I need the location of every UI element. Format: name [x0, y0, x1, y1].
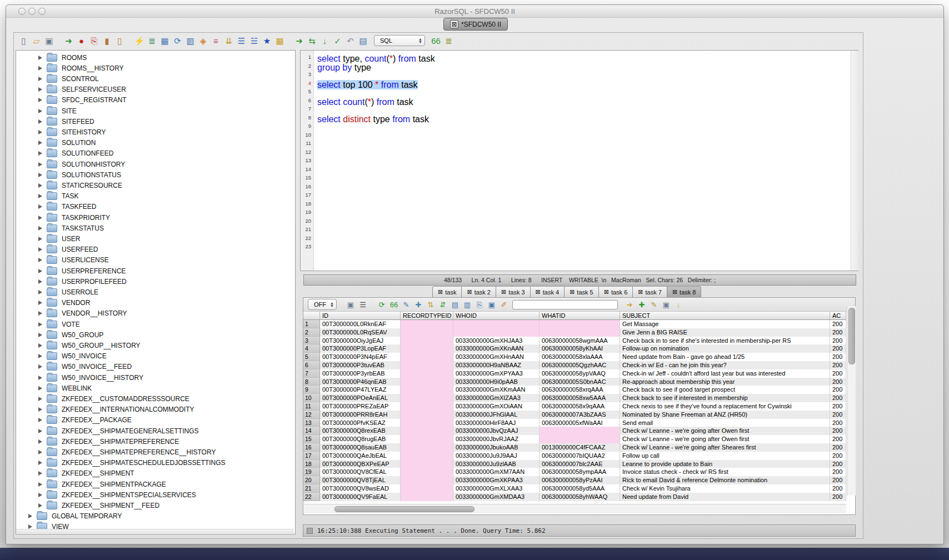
result-tab-task-5[interactable]: ⊠task 5 [565, 286, 599, 298]
tab-close-icon[interactable]: ⊠ [536, 289, 541, 295]
describe-table-button[interactable]: ≣ [443, 35, 454, 46]
sidebar-item-zkfedex-shipmatepreference[interactable]: ZKFEDEX__SHIPMATEPREFERENCE [38, 436, 179, 447]
grid-cell[interactable]: 00T3000000PREZaEAP [320, 402, 401, 411]
grid-cell[interactable]: 006300000058wgmAAA [540, 337, 620, 345]
align-left-button[interactable]: ☰ [236, 35, 247, 46]
table-row[interactable]: 1900T3000000QV8CfEAL0033000000GmXM7AAN00… [303, 468, 846, 476]
column-header-subject[interactable]: SUBJECT [620, 312, 830, 320]
grid-cell[interactable]: 00T3000000L0RknEAF [320, 320, 401, 328]
disclosure-triangle-icon[interactable] [38, 290, 42, 294]
grid-cell[interactable]: 0033000000JbvRJAAZ [453, 435, 540, 443]
disclosure-triangle-icon[interactable] [38, 204, 42, 209]
sidebar-item-userfeed[interactable]: USERFEED [38, 244, 98, 255]
sidebar-item-userrole[interactable]: USERROLE [38, 287, 98, 297]
tab-close-icon[interactable]: ⊠ [638, 289, 643, 295]
disclosure-triangle-icon[interactable] [38, 269, 42, 273]
sidebar-item-sitefeed[interactable]: SITEFEED [38, 116, 94, 127]
grid-cell[interactable]: 200 [830, 452, 846, 460]
copy-rows-button[interactable]: ⎘ [474, 299, 485, 310]
grid-cell[interactable] [401, 452, 453, 460]
table-row[interactable]: 1700T3000000QAeJbEAL0033000000Ju9J9AAJ00… [303, 452, 846, 460]
table-row[interactable]: 300T3000000OiyJgEAJ0033000000GmXHJAA3006… [303, 337, 846, 345]
sidebar-item-global-temporary[interactable]: GLOBAL TEMPORARY [28, 511, 122, 522]
disclosure-triangle-icon[interactable] [38, 56, 42, 60]
grid-cell[interactable]: 00T3000000QV9FaEAL [320, 493, 401, 501]
grid-cell[interactable]: 200 [830, 378, 846, 386]
disclosure-triangle-icon[interactable] [38, 376, 42, 380]
sidebar-item-zkfedex-internationalcommodity[interactable]: ZKFEDEX__INTERNATIONALCOMMODITY [38, 404, 194, 415]
table-row[interactable]: 1600T3000000Q8sauEAB0033000000JbukoAAB00… [303, 443, 846, 452]
grid-cell[interactable]: Give Jenn a BIG RAISE [620, 328, 830, 337]
disclosure-triangle-icon[interactable] [38, 226, 42, 231]
sidebar-item-zkfedex-shipmatescheduledjobssettings[interactable]: ZKFEDEX__SHIPMATESCHEDULEDJOBSSETTINGS [38, 458, 226, 468]
grid-cell[interactable] [453, 328, 540, 337]
grid-cell[interactable] [401, 344, 453, 353]
grid-cell[interactable]: 00T3000000QV8TjEAL [320, 476, 401, 484]
sidebar-item-sfdc-registrant[interactable]: SFDC_REGISTRANT [38, 95, 127, 106]
grid-cell[interactable]: 00T3000000PRR8rEAH [320, 411, 401, 419]
grid-cell[interactable]: 200 [830, 476, 846, 484]
table-row[interactable]: 2200T3000000QV9FaEAL0033000000GmXMDAA300… [303, 493, 846, 501]
grid-cell[interactable]: 0033000000GmXHJAA3 [453, 337, 540, 345]
open-file-button[interactable]: ▱ [31, 35, 42, 46]
grid-cell[interactable]: Check back to see if good target prospec… [620, 386, 830, 394]
sidebar-item-userlicense[interactable]: USERLICENSE [38, 255, 109, 266]
grid-cell[interactable] [401, 493, 453, 501]
sidebar-item-weblink[interactable]: WEBLINK [38, 383, 92, 393]
disclosure-triangle-icon[interactable] [38, 77, 42, 81]
grid-cell[interactable]: 200 [830, 460, 846, 468]
disclosure-triangle-icon[interactable] [38, 450, 42, 454]
grid-cell[interactable]: 006300000058ypVAAQ [540, 369, 620, 378]
document-tab-sfdcw50[interactable]: ⊠ *SFDCW50 II [443, 18, 508, 31]
disclosure-triangle-icon[interactable] [38, 301, 42, 305]
grid-cell[interactable]: 0013000000C4fFCAAZ [540, 443, 620, 452]
grid-cell[interactable]: 00630000007bIQUAA2 [540, 452, 620, 460]
grid-cell[interactable] [401, 435, 453, 443]
export-view-button[interactable]: 66 [430, 35, 442, 46]
disclosure-triangle-icon[interactable] [38, 354, 42, 358]
grid-cell[interactable]: 0033000000JbukoAAB [453, 443, 540, 452]
grid-cell[interactable]: 006300000058yhWAAQ [540, 493, 620, 501]
editor-vscrollbar[interactable] [851, 51, 858, 271]
table-row[interactable]: 2000T3000000QV8TjEAL0033000000GmXKPAA300… [303, 476, 846, 484]
result-tab-task-6[interactable]: ⊠task 6 [599, 286, 633, 298]
grid-cell[interactable]: Send email [620, 419, 830, 427]
editor-code-line[interactable]: select top 100 * from task [317, 80, 418, 90]
grid-cell[interactable]: 200 [830, 484, 846, 493]
insert-row-button[interactable]: ✚ [413, 299, 424, 310]
sidebar-item-solutionhistory[interactable]: SOLUTIONHISTORY [38, 159, 125, 169]
editor-code-line[interactable]: select distinct type from task [317, 114, 429, 124]
table-row[interactable]: 500T3000000P3N4pEAF0033000000GmXHnAAN006… [303, 353, 846, 361]
edit-row-button[interactable]: ✎ [401, 299, 412, 310]
grid-cell[interactable]: Check-in w/ Ed - can he join this year? [620, 361, 830, 369]
grid-cell[interactable]: 0033000000GmXKmAAN [453, 386, 540, 394]
sql-history-button[interactable]: ▤ [357, 35, 369, 46]
table-row[interactable]: 100T3000000L0RknEAFGet Massage200 [303, 320, 846, 328]
disclosure-triangle-icon[interactable] [38, 429, 42, 433]
table-row[interactable]: 700T3000000P3yrbEAB0033000000GmXPYAA3006… [303, 369, 846, 378]
disclosure-triangle-icon[interactable] [38, 386, 42, 391]
sidebar-item-task[interactable]: TASK [38, 191, 78, 202]
table-row[interactable]: 1100T3000000PREZaEAP0033000000GmXOiAAN00… [303, 402, 846, 411]
commit-button[interactable]: ✓ [332, 35, 343, 46]
grid-cell[interactable]: 0033000000H9aNBAAZ [453, 361, 540, 369]
grid-cell[interactable]: 00T3000000Q8sauEAB [320, 443, 401, 452]
sidebar-item-userprofilefeed[interactable]: USERPROFILEFEED [38, 276, 127, 287]
disclosure-triangle-icon[interactable] [38, 162, 42, 167]
grid-cell[interactable] [401, 468, 453, 476]
disclosure-triangle-icon[interactable] [38, 397, 42, 401]
row-list-button[interactable]: ≡ [210, 35, 222, 46]
sidebar-item-taskstatus[interactable]: TASKSTATUS [38, 223, 104, 233]
grid-cell[interactable]: 00T3000000P3tuvEAB [320, 361, 401, 369]
save-results-button[interactable]: ▣ [345, 299, 356, 310]
grid-cell[interactable] [401, 369, 453, 378]
disclosure-triangle-icon[interactable] [38, 333, 42, 337]
table-row[interactable]: 600T3000000P3tuvEAB0033000000H9aNBAAZ006… [303, 361, 846, 369]
grid-cell[interactable]: 0033000000JbvQzAAJ [453, 427, 540, 435]
result-tab-task-3[interactable]: ⊠task 3 [496, 286, 531, 298]
grid-cell[interactable]: 200 [830, 320, 846, 328]
grid-cell[interactable]: 00T3000000P47LYEAZ [320, 386, 401, 394]
grid-cell[interactable] [401, 337, 453, 345]
grid-cell[interactable] [401, 353, 453, 361]
add-row-button[interactable]: ✚ [636, 299, 647, 310]
